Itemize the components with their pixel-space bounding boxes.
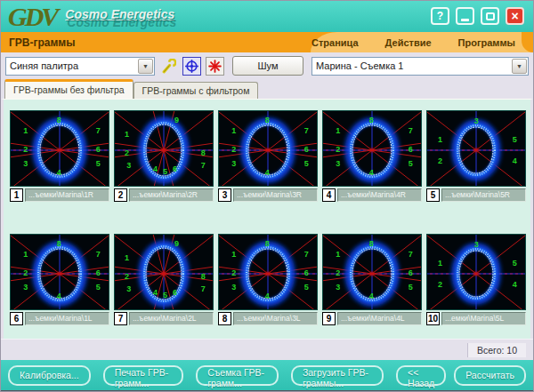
calibration-button[interactable]: Калибровка... — [8, 365, 91, 386]
tile-path-label: ...ъемки\Marina\4L — [337, 312, 422, 325]
svg-text:1: 1 — [125, 130, 129, 139]
back-button[interactable]: << Назад — [396, 365, 446, 386]
grv-tile[interactable]: 12345678 6 ...ъемки\Marina\1L — [10, 234, 109, 325]
crosshair-button[interactable] — [182, 57, 201, 76]
svg-text:4: 4 — [265, 292, 270, 300]
gdv-window: GDV Cosmo Energetics Cosmo Energetics ? … — [0, 0, 534, 392]
svg-text:3: 3 — [336, 283, 340, 292]
svg-text:4: 4 — [369, 168, 374, 177]
session-select-value: Марина - Съемка 1 — [316, 60, 403, 71]
svg-text:6: 6 — [304, 145, 309, 154]
noise-button[interactable]: Шум — [232, 56, 303, 76]
svg-text:7: 7 — [96, 250, 101, 259]
svg-text:8: 8 — [265, 116, 270, 124]
menu-programs[interactable]: Программы — [458, 37, 515, 48]
noise-star-icon — [207, 59, 222, 74]
grv-tile[interactable]: 12345678 3 ...ъемки\Marina\3R — [218, 110, 318, 202]
grv-corona-image[interactable]: 12345678 — [322, 234, 422, 310]
maximize-button[interactable] — [481, 7, 499, 25]
grv-tile[interactable]: 12345678 8 ...ъемки\Marina\3L — [218, 234, 318, 325]
grv-corona-image[interactable]: 12345678 — [218, 110, 318, 187]
svg-text:7: 7 — [201, 161, 206, 170]
minimize-button[interactable] — [456, 7, 474, 25]
grv-corona-image[interactable]: 123456789 — [114, 110, 214, 187]
chevron-down-icon[interactable]: ▼ — [512, 59, 527, 74]
grv-tile[interactable]: 12345 5 ...ъемки\Marina\5R — [426, 110, 526, 202]
status-bar: Всего: 10 — [1, 339, 533, 360]
gdv-logo: GDV Cosmo Energetics Cosmo Energetics — [1, 4, 174, 30]
print-grv-button[interactable]: Печать ГРВ-грамм... — [103, 365, 184, 386]
svg-text:2: 2 — [231, 268, 236, 277]
calculate-button[interactable]: Рассчитать — [454, 365, 526, 386]
tile-path-label: ...ъемки\Marina\2R — [129, 188, 214, 202]
svg-text:6: 6 — [173, 164, 177, 173]
tile-number: 3 — [218, 188, 231, 202]
grv-corona-image[interactable]: 12345678 — [322, 110, 422, 187]
palette-select-value: Синяя палитра — [10, 60, 78, 71]
grv-corona-image[interactable]: 123456789 — [114, 234, 214, 310]
tab-with-filter[interactable]: ГРВ-граммы с фильтром — [134, 82, 259, 99]
menu-action[interactable]: Действие — [385, 37, 432, 48]
grv-tile[interactable]: 123456789 2 ...ъемки\Marina\2R — [114, 110, 214, 202]
tile-caption: 6 ...ъемки\Marina\1L — [10, 312, 109, 325]
grv-tile[interactable]: 12345678 4 ...ъемки\Marina\4R — [322, 110, 422, 202]
tab-no-filter[interactable]: ГРВ-граммы без фильтра — [4, 79, 134, 99]
svg-text:6: 6 — [409, 268, 413, 277]
svg-text:3: 3 — [336, 159, 340, 168]
close-button[interactable]: × — [506, 7, 524, 25]
tile-number: 9 — [322, 312, 336, 325]
svg-text:7: 7 — [304, 126, 309, 135]
menu-page[interactable]: Страница — [312, 37, 359, 48]
chevron-down-icon[interactable]: ▼ — [138, 59, 153, 74]
svg-text:1: 1 — [231, 250, 236, 259]
svg-text:8: 8 — [369, 239, 374, 248]
svg-text:8: 8 — [201, 148, 206, 157]
svg-text:2: 2 — [23, 145, 28, 154]
noise-star-button[interactable] — [206, 57, 224, 76]
svg-text:5: 5 — [409, 283, 413, 292]
svg-text:2: 2 — [23, 268, 28, 277]
svg-text:7: 7 — [201, 284, 206, 293]
svg-text:6: 6 — [173, 288, 177, 297]
grv-corona-image[interactable]: 12345 — [426, 234, 526, 310]
svg-text:4: 4 — [265, 168, 270, 177]
svg-text:5: 5 — [96, 159, 101, 168]
load-grv-button[interactable]: Загрузить ГРВ-граммы... — [291, 365, 384, 386]
tile-path-label: ...ъемки\Marina\4R — [337, 188, 422, 202]
tab-bar: ГРВ-граммы без фильтраГРВ-граммы с фильт… — [1, 79, 533, 99]
tile-caption: 9 ...ъемки\Marina\4L — [322, 312, 422, 325]
palette-select[interactable]: Синяя палитра ▼ — [5, 57, 155, 76]
svg-text:2: 2 — [231, 145, 236, 154]
minimize-icon — [461, 19, 469, 21]
svg-text:7: 7 — [409, 126, 413, 135]
svg-text:8: 8 — [57, 239, 61, 248]
svg-text:5: 5 — [409, 159, 413, 168]
grv-tile[interactable]: 12345678 1 ...ъемки\Marina\1R — [10, 110, 109, 202]
svg-text:5: 5 — [304, 283, 309, 292]
svg-text:5: 5 — [304, 159, 309, 168]
grv-tile[interactable]: 12345678 9 ...ъемки\Marina\4L — [322, 234, 422, 325]
tile-number: 1 — [10, 188, 23, 202]
grv-tile[interactable]: 12345 10 ...емки\Marina\5L — [426, 234, 526, 325]
svg-text:2: 2 — [125, 148, 129, 157]
svg-text:9: 9 — [174, 239, 179, 248]
page-title: ГРВ-граммы — [1, 36, 75, 49]
grv-tile[interactable]: 123456789 7 ...ъемки\Marina\2L — [114, 234, 214, 325]
grv-corona-image[interactable]: 12345 — [426, 110, 526, 187]
title-bar: GDV Cosmo Energetics Cosmo Energetics ? … — [1, 1, 533, 32]
grv-corona-image[interactable]: 12345678 — [10, 110, 109, 187]
menu-corner-decoration — [522, 32, 533, 52]
svg-text:6: 6 — [409, 145, 413, 154]
svg-text:5: 5 — [513, 135, 517, 144]
help-button[interactable]: ? — [431, 7, 449, 25]
svg-text:8: 8 — [57, 116, 61, 124]
tools-button[interactable] — [159, 57, 178, 76]
session-select[interactable]: Марина - Съемка 1 ▼ — [312, 57, 529, 76]
grv-corona-image[interactable]: 12345678 — [10, 234, 109, 310]
capture-grv-button[interactable]: Съемка ГРВ-грамм... — [196, 365, 279, 386]
tile-number: 4 — [322, 188, 336, 202]
tile-path-label: ...ъемки\Marina\5R — [441, 188, 526, 202]
grv-corona-image[interactable]: 12345678 — [218, 234, 318, 310]
app-name: Cosmo Energetics Cosmo Energetics — [65, 6, 174, 22]
tile-caption: 10 ...емки\Marina\5L — [426, 312, 526, 325]
